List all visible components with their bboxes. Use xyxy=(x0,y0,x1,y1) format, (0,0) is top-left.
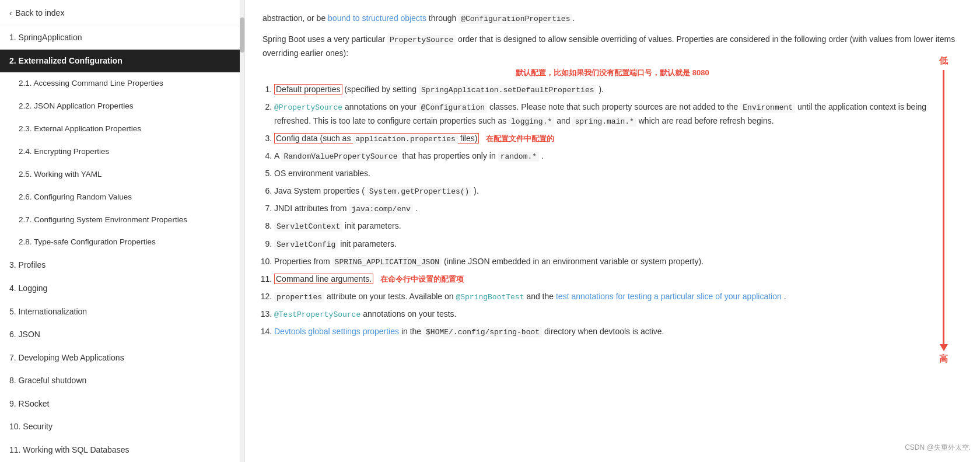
low-label: 低 xyxy=(939,55,948,66)
sidebar-item-item-3[interactable]: 3. Profiles xyxy=(0,254,244,277)
annotation-area: 默认配置，比如如果我们没有配置端口号，默认就是 8080 xyxy=(262,68,963,78)
intro-text: abstraction, or be xyxy=(262,13,328,23)
default-annotation: 默认配置，比如如果我们没有配置端口号，默认就是 8080 xyxy=(516,68,709,77)
list-item-6: Java System properties ( System.getPrope… xyxy=(274,184,963,198)
sidebar-item-item-2-5[interactable]: 2.5. Working with YAML xyxy=(0,163,244,186)
sidebar-item-item-1[interactable]: 1. SpringApplication xyxy=(0,26,244,50)
bound-link[interactable]: bound to structured objects xyxy=(328,13,426,23)
high-label: 高 xyxy=(939,354,948,365)
arrow-shaft xyxy=(943,70,944,345)
sidebar-item-item-2-3[interactable]: 2.3. External Application Properties xyxy=(0,118,244,141)
arrow-head xyxy=(940,344,948,351)
scrollbar-thumb[interactable] xyxy=(240,18,244,52)
intro-paragraph: abstraction, or be bound to structured o… xyxy=(262,12,963,26)
springboottest-link[interactable]: @SpringBootTest xyxy=(456,293,524,302)
list-item-14: Devtools global settings properties in t… xyxy=(274,325,963,339)
list-item-10: Properties from SPRING_APPLICATION_JSON … xyxy=(274,255,963,269)
sidebar-item-item-6[interactable]: 6. JSON xyxy=(0,323,244,346)
property-source-list: Default properties (specified by setting… xyxy=(262,83,963,339)
intro-text3: . xyxy=(572,13,575,23)
list-item-9: ServletConfig init parameters. xyxy=(274,237,963,251)
list-item-13: @TestPropertySource annotations on your … xyxy=(274,307,963,321)
sidebar-item-item-2-2[interactable]: 2.2. JSON Application Properties xyxy=(0,95,244,118)
list-item-8: ServletContext init parameters. xyxy=(274,219,963,233)
list-item-7: JNDI attributes from java:comp/env . xyxy=(274,202,963,216)
propertysource-code: PropertySource xyxy=(387,35,456,45)
list-item-12: properties attribute on your tests. Avai… xyxy=(274,290,963,304)
sidebar-item-item-2-1[interactable]: 2.1. Accessing Command Line Properties xyxy=(0,72,244,95)
list-item-5: OS environment variables. xyxy=(274,167,963,181)
testpropertysource-link[interactable]: @TestPropertySource xyxy=(274,310,360,319)
sidebar-item-item-5[interactable]: 5. Internationalization xyxy=(0,300,244,324)
list-item-1: Default properties (specified by setting… xyxy=(274,83,963,97)
sidebar-item-item-2[interactable]: 2. Externalized Configuration xyxy=(0,50,244,73)
list-item-4: A RandomValuePropertySource that has pro… xyxy=(274,149,963,163)
list-item-11: Command line arguments. 在命令行中设置的配置项 xyxy=(274,272,963,286)
sidebar-item-item-11[interactable]: 11. Working with SQL Databases xyxy=(0,439,244,462)
watermark: CSDN @失重外太空. xyxy=(905,443,971,453)
list-item-3: Config data (such as application.propert… xyxy=(274,132,963,146)
config-annotation: 在配置文件中配置的 xyxy=(486,134,554,143)
cmdline-annotation: 在命令行中设置的配置项 xyxy=(380,275,464,284)
devtools-link[interactable]: Devtools global settings properties xyxy=(274,327,399,336)
sidebar-nav: 1. SpringApplication2. Externalized Conf… xyxy=(0,26,244,462)
sidebar-item-item-2-8[interactable]: 2.8. Type-safe Configuration Properties xyxy=(0,231,244,254)
scrollbar-track xyxy=(240,0,244,462)
para2: Spring Boot uses a very particular Prope… xyxy=(262,33,963,61)
sidebar-item-item-4[interactable]: 4. Logging xyxy=(0,277,244,300)
command-line-boxed: Command line arguments. xyxy=(274,274,373,284)
sidebar-item-item-8[interactable]: 8. Graceful shutdown xyxy=(0,369,244,393)
sidebar: ‹ Back to index 1. SpringApplication2. E… xyxy=(0,0,245,462)
default-properties-boxed: Default properties xyxy=(274,84,342,94)
para2-text: Spring Boot uses a very particular xyxy=(262,34,387,44)
test-annotations-link[interactable]: test annotations for testing a particula… xyxy=(556,292,782,301)
priority-arrow: 低 高 xyxy=(939,55,948,365)
back-to-index-link[interactable]: ‹ Back to index xyxy=(0,0,244,26)
sidebar-item-item-7[interactable]: 7. Developing Web Applications xyxy=(0,346,244,370)
property-source-annotation-code: @PropertySource xyxy=(274,103,342,112)
config-data-boxed: Config data (such as application.propert… xyxy=(274,133,479,144)
sidebar-item-item-9[interactable]: 9. RSocket xyxy=(0,393,244,416)
sidebar-item-item-10[interactable]: 10. Security xyxy=(0,415,244,439)
list-item-2: @PropertySource annotations on your @Con… xyxy=(274,100,963,128)
sidebar-item-item-2-7[interactable]: 2.7. Configuring System Environment Prop… xyxy=(0,209,244,232)
intro-text2: through xyxy=(426,13,459,23)
sidebar-item-item-2-4[interactable]: 2.4. Encrypting Properties xyxy=(0,141,244,163)
back-arrow-icon: ‹ xyxy=(9,9,12,18)
sidebar-item-item-2-6[interactable]: 2.6. Configuring Random Values xyxy=(0,186,244,209)
annotation-default-text: 默认配置，比如如果我们没有配置端口号，默认就是 8080 xyxy=(262,68,963,78)
back-label: Back to index xyxy=(15,8,64,18)
main-content: abstraction, or be bound to structured o… xyxy=(245,0,980,462)
intro-code: @ConfigurationProperties xyxy=(459,14,572,24)
